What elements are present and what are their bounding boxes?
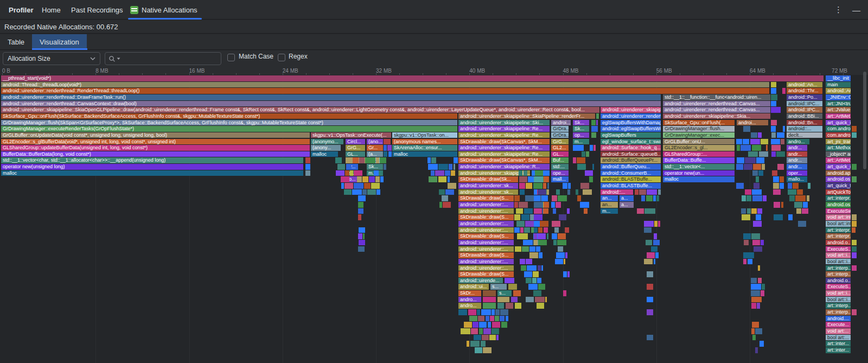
flame-block[interactable]: Sk...: [573, 126, 589, 132]
flame-block[interactable]: m...: [601, 208, 618, 214]
flame-block[interactable]: android::BufferQueuePr...: [601, 157, 661, 163]
flame-fragment[interactable]: [754, 183, 760, 189]
flame-fragment[interactable]: [445, 189, 454, 195]
flame-fragment[interactable]: [352, 189, 362, 195]
flame-block[interactable]: std::__1::vector<char, std::__1::allocat…: [1, 157, 303, 163]
flame-block[interactable]: ExecuteS...: [826, 284, 851, 290]
flame-block[interactable]: art::JValue ...: [826, 107, 851, 113]
flame-block[interactable]: BufferData::BufferData(long, void const*…: [1, 151, 310, 157]
flame-fragment[interactable]: [651, 246, 658, 252]
flame-block[interactable]: art::inter...: [826, 347, 851, 353]
flame-block[interactable]: android::Po...: [787, 94, 822, 100]
flame-fragment[interactable]: [653, 240, 660, 246]
flame-fragment[interactable]: [802, 208, 808, 214]
flame-fragment[interactable]: [758, 170, 763, 176]
flame-fragment[interactable]: [427, 157, 431, 163]
flame-fragment[interactable]: [658, 189, 661, 195]
flame-fragment[interactable]: [644, 227, 652, 233]
flame-fragment[interactable]: [539, 252, 542, 258]
flame-block[interactable]: android::uirenderer::...: [458, 221, 514, 227]
kebab-menu-icon[interactable]: ⋮: [834, 5, 843, 15]
flame-block[interactable]: skgpu::v1::OpsTask::onExecute(...: [311, 132, 391, 138]
flame-fragment[interactable]: [756, 176, 759, 182]
flame-fragment[interactable]: [543, 208, 548, 214]
flame-fragment[interactable]: [374, 170, 379, 176]
flame-fragment[interactable]: [552, 221, 560, 227]
flame-block[interactable]: Sk...: [367, 164, 383, 170]
flame-fragment[interactable]: [757, 208, 762, 214]
flame-fragment[interactable]: [647, 284, 653, 290]
flame-block[interactable]: android::uirenderer::...: [458, 227, 514, 233]
flame-fragment[interactable]: [522, 246, 529, 252]
flame-fragment[interactable]: [514, 227, 520, 233]
flame-block[interactable]: android::uirenderer::skiapipeline::SkiaO…: [1, 107, 599, 113]
flame-fragment[interactable]: [637, 208, 644, 214]
flame-block[interactable]: std::__1::vector<...: [663, 164, 735, 170]
flame-fragment[interactable]: [337, 164, 346, 170]
flame-block[interactable]: art::JNI<tru...: [826, 101, 851, 107]
flame-fragment[interactable]: [758, 265, 760, 271]
flame-fragment[interactable]: [743, 252, 754, 258]
flame-fragment[interactable]: [746, 195, 751, 201]
flame-block[interactable]: (a...: [367, 151, 383, 157]
flame-block[interactable]: android::uirenderer::renderthread::Canva…: [663, 101, 770, 107]
flame-fragment[interactable]: [481, 341, 486, 347]
flame-fragment[interactable]: [534, 189, 537, 195]
flame-block[interactable]: (anony...: [311, 145, 341, 151]
flame-fragment[interactable]: [469, 316, 477, 322]
flame-fragment[interactable]: [541, 265, 543, 271]
flame-fragment[interactable]: [567, 208, 570, 214]
tab-table[interactable]: Table: [0, 34, 32, 50]
flame-fragment[interactable]: [534, 183, 542, 189]
flame-block[interactable]: android::uirenderer::sk...: [458, 189, 518, 195]
flame-fragment[interactable]: [376, 189, 380, 195]
flame-block[interactable]: android::uirenderer::renderthread::Rende…: [1, 88, 769, 94]
flame-block[interactable]: SkArenaAlloc::ensur...: [392, 145, 457, 151]
flame-fragment[interactable]: [448, 183, 456, 189]
flame-fragment[interactable]: [553, 208, 556, 214]
flame-fragment[interactable]: [753, 221, 762, 227]
flame-fragment[interactable]: [431, 170, 434, 176]
flame-fragment[interactable]: [538, 265, 541, 271]
flame-fragment[interactable]: [647, 309, 653, 315]
flame-fragment[interactable]: [808, 183, 810, 189]
flame-block[interactable]: GrGLBuffer::onU...: [663, 139, 735, 145]
flame-fragment[interactable]: [478, 316, 485, 322]
flame-block[interactable]: SkDrawable::draw(S...: [458, 271, 514, 277]
flame-fragment[interactable]: [529, 252, 538, 258]
flame-fragment[interactable]: [538, 189, 546, 195]
flame-fragment[interactable]: [654, 259, 656, 265]
flame-fragment[interactable]: [852, 227, 856, 233]
flame-block[interactable]: android::uirenderer::skiapipeline::Re...: [458, 151, 550, 157]
flame-fragment[interactable]: [557, 240, 566, 246]
flame-fragment[interactable]: [591, 120, 596, 126]
flame-fragment[interactable]: [516, 221, 525, 227]
flame-fragment[interactable]: [544, 227, 548, 233]
flame-fragment[interactable]: [596, 120, 598, 126]
flame-block[interactable]: GrDrawingManager::executeRenderTasks(GrO…: [1, 126, 457, 132]
flame-fragment[interactable]: [384, 139, 391, 145]
flame-fragment[interactable]: [359, 227, 365, 233]
flame-block[interactable]: egl_window_surface_t::swap...: [601, 139, 661, 145]
flame-fragment[interactable]: [641, 195, 645, 201]
flame-fragment[interactable]: [760, 341, 763, 347]
flame-fragment[interactable]: [514, 214, 520, 220]
flame-fragment[interactable]: [750, 139, 760, 145]
flame-fragment[interactable]: [380, 176, 384, 182]
flame-block[interactable]: [515, 303, 521, 309]
flame-fragment[interactable]: [748, 151, 758, 157]
flame-fragment[interactable]: [547, 233, 548, 239]
flame-fragment[interactable]: [464, 322, 471, 328]
flame-block[interactable]: android::uirenderer::sk...: [458, 183, 518, 189]
flame-fragment[interactable]: [524, 208, 533, 214]
flame-fragment[interactable]: [538, 227, 542, 233]
flame-fragment[interactable]: [473, 322, 478, 328]
flame-fragment[interactable]: [492, 328, 499, 334]
flame-fragment[interactable]: [346, 164, 352, 170]
flame-fragment[interactable]: [521, 214, 529, 220]
flame-block[interactable]: android::...: [601, 189, 633, 195]
flame-block[interactable]: andr...: [787, 164, 807, 170]
flame-fragment[interactable]: [448, 176, 450, 182]
flame-fragment[interactable]: [798, 221, 806, 227]
flame-fragment[interactable]: [653, 195, 656, 201]
